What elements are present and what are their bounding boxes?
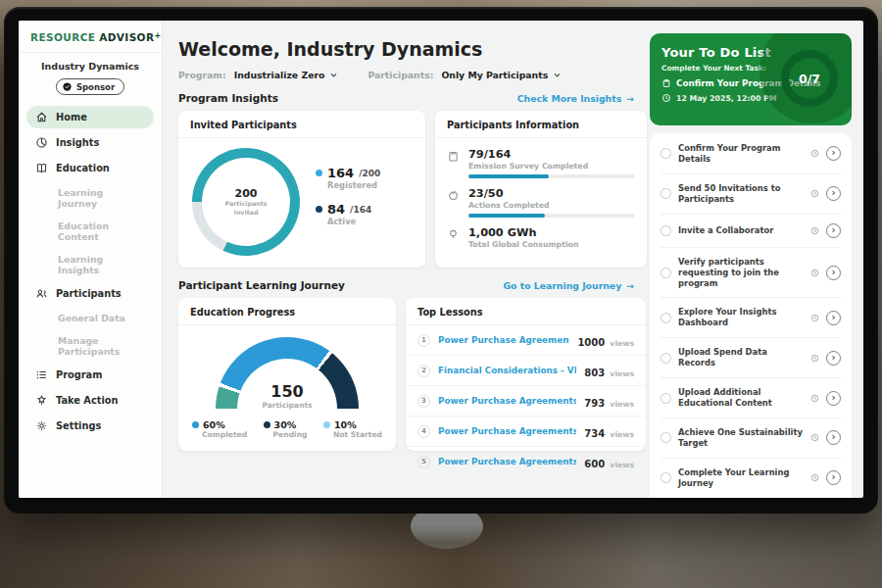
lesson-views: 793 — [584, 398, 605, 409]
task-label[interactable]: Upload Spend Data Records — [678, 347, 804, 368]
sidebar-item-learning-insights[interactable]: Learning Insights — [26, 249, 154, 280]
task-label[interactable]: Complete Your Learning Journey — [678, 467, 804, 489]
task-checkbox[interactable] — [661, 188, 671, 199]
task-label[interactable]: Confirm Your Program Details — [678, 143, 804, 165]
logo-plus: + — [154, 31, 161, 40]
task-checkbox[interactable] — [661, 268, 671, 278]
task-checkbox[interactable] — [661, 432, 671, 443]
participants-information-card: Participants Information 79/164 Emission… — [435, 111, 647, 268]
task-info-icon — [810, 394, 819, 403]
donut-center-label: Participants — [225, 200, 268, 208]
sidebar-item-label: Learning Journey — [58, 187, 103, 209]
task-checkbox[interactable] — [661, 472, 671, 483]
task-open-button[interactable]: › — [826, 266, 841, 280]
legend-active: 84/164 Active — [316, 202, 380, 226]
sidebar-item-manage-participants[interactable]: Manage Participants — [26, 330, 154, 362]
task-label[interactable]: Upload Additional Educational Content — [678, 387, 804, 409]
task-row: Complete Your Learning Journey › — [661, 459, 841, 498]
task-info-icon — [810, 354, 819, 363]
sidebar-item-label: Program — [56, 369, 102, 380]
task-checkbox[interactable] — [661, 225, 671, 236]
lesson-link[interactable]: Power Purchase Agreements 101 — [438, 335, 569, 345]
task-checkbox[interactable] — [661, 313, 671, 323]
education-progress-card: Education Progress 150 Participants — [178, 298, 396, 451]
sidebar-item-program[interactable]: Program — [26, 364, 154, 386]
lesson-link[interactable]: Financial Considerations - VPPAs — [438, 366, 576, 375]
sidebar-item-education-content[interactable]: Education Content — [26, 216, 154, 247]
sidebar-item-label: Insights — [56, 137, 99, 148]
task-label[interactable]: Send 50 Invitations to Participants — [678, 183, 804, 205]
participants-information-title: Participants Information — [435, 111, 647, 138]
task-info-icon — [810, 473, 819, 482]
lesson-link[interactable]: Power Purchase Agreements 103 — [438, 457, 576, 466]
lesson-rank: 5 — [417, 456, 430, 468]
task-label[interactable]: Invite a Collaborator — [678, 225, 804, 236]
sidebar-item-settings[interactable]: Settings — [26, 415, 154, 437]
pending-pct: 30% — [274, 419, 297, 430]
task-open-button[interactable]: › — [826, 351, 841, 366]
legend-not-started: 10% Not Started — [323, 419, 382, 439]
sidebar-item-home[interactable]: Home — [26, 106, 154, 128]
task-checkbox[interactable] — [661, 148, 671, 159]
sidebar-item-general-data[interactable]: General Data — [26, 308, 154, 328]
legend-completed: 60% Completed — [192, 419, 247, 439]
task-checkbox[interactable] — [661, 353, 671, 364]
task-row: Upload Spend Data Records › — [661, 338, 841, 378]
todo-counter: 0/7 — [799, 72, 820, 86]
logo-secondary: ADVISOR — [99, 31, 154, 43]
task-row: Verify participants requesting to join t… — [661, 248, 841, 299]
bulb-icon — [447, 228, 460, 241]
education-progress-gauge-chart: 150 Participants — [216, 337, 359, 410]
active-total: /164 — [350, 205, 371, 215]
take-action-icon — [35, 394, 48, 407]
task-label[interactable]: Achieve One Sustainability Target — [678, 427, 804, 449]
registered-dot — [316, 170, 322, 176]
lesson-rank: 3 — [417, 395, 430, 408]
task-open-button[interactable]: › — [826, 470, 841, 485]
program-filter-value: Industrialize Zero — [234, 70, 325, 80]
sidebar-item-take-action[interactable]: Take Action — [26, 389, 154, 412]
emission-progress-bar — [468, 174, 635, 178]
insights-icon — [35, 136, 48, 149]
sidebar-item-participants[interactable]: Participants — [26, 282, 154, 305]
task-open-button[interactable]: › — [826, 391, 841, 406]
task-label[interactable]: Explore Your Insights Dashboard — [678, 307, 804, 328]
lesson-link[interactable]: Power Purchase Agreements 101 — [438, 396, 576, 406]
lesson-views: 734 — [584, 428, 605, 439]
todo-summary-card: Your To Do List Complete Your Next Task:… — [650, 33, 852, 125]
task-row: Confirm Your Program Details › — [661, 134, 841, 174]
monitor-bezel: RESOURCE ADVISOR+ Industry Dynamics Spon… — [4, 7, 878, 514]
app-logo: RESOURCE ADVISOR+ — [26, 31, 154, 43]
task-info-icon — [810, 269, 819, 277]
task-row: Send 50 Invitations to Participants › — [661, 174, 841, 215]
sidebar-item-label: Participants — [56, 288, 122, 299]
task-open-button[interactable]: › — [826, 146, 841, 161]
lesson-rank: 1 — [417, 334, 430, 347]
task-open-button[interactable]: › — [826, 311, 841, 325]
task-label[interactable]: Verify participants requesting to join t… — [678, 257, 804, 289]
participants-filter[interactable]: Participants: Only My Participants — [368, 70, 562, 80]
stat-emission-survey: 79/164 Emission Survey Completed — [447, 148, 635, 178]
check-more-insights-link[interactable]: Check More Insights → — [517, 93, 634, 104]
people-icon — [35, 287, 48, 300]
task-open-button[interactable]: › — [826, 430, 841, 445]
divider — [19, 52, 162, 53]
sidebar-item-label: General Data — [58, 313, 125, 323]
lesson-link[interactable]: Power Purchase Agreements 102 — [438, 426, 576, 436]
sidebar-item-education[interactable]: Education — [26, 157, 154, 179]
sidebar-item-label: Education — [56, 163, 110, 173]
stat-label: Total Global Consumption — [468, 240, 579, 249]
clipboard-icon — [662, 78, 671, 88]
sponsor-badge-label: Sponsor — [76, 82, 115, 92]
sidebar-item-insights[interactable]: Insights — [26, 131, 154, 154]
sidebar-item-learning-journey[interactable]: Learning Journey — [26, 182, 154, 214]
stat-actions-completed: 23/50 Actions Completed — [447, 187, 635, 218]
task-checkbox[interactable] — [661, 393, 671, 404]
registered-value: 164 — [327, 166, 354, 180]
task-open-button[interactable]: › — [826, 186, 841, 201]
lesson-row: 5 Power Purchase Agreements 103 600 view… — [406, 447, 646, 476]
program-filter[interactable]: Program: Industrialize Zero — [178, 70, 338, 80]
task-open-button[interactable]: › — [826, 223, 841, 238]
education-progress-title: Education Progress — [178, 298, 396, 325]
go-to-learning-journey-link[interactable]: Go to Learning Journey → — [503, 280, 634, 291]
